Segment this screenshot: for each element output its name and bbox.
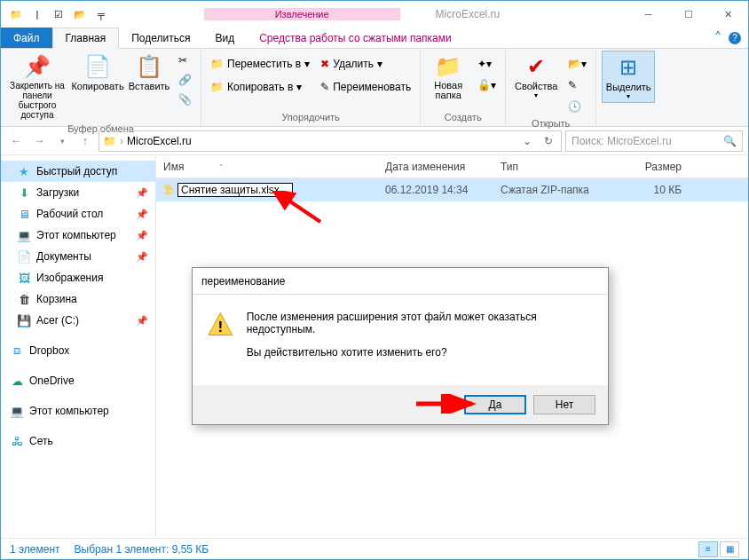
sidebar-network[interactable]: 🖧Сеть — [1, 430, 155, 452]
rename-button[interactable]: ✎Переименовать — [317, 77, 414, 97]
pin-icon: 📌 — [136, 230, 148, 241]
recycle-icon: 🗑 — [17, 292, 31, 306]
nav-forward-button[interactable]: → — [29, 131, 49, 151]
sidebar-drive-c[interactable]: 💾Acer (C:)📌 — [1, 310, 155, 331]
select-button[interactable]: ⊞Выделить▾ — [602, 51, 655, 103]
col-date[interactable]: Дата изменения — [378, 161, 493, 173]
extract-label: Извлечение — [204, 8, 400, 20]
sidebar-this-pc[interactable]: 💻Этот компьютер — [1, 400, 155, 422]
no-button[interactable]: Нет — [533, 395, 595, 414]
ribbon-collapse-icon[interactable]: ˄ — [714, 29, 721, 46]
addr-dropdown-icon[interactable]: ⌄ — [518, 135, 536, 147]
folder-icon: 📁 — [103, 135, 116, 147]
window-title: MicroExcel.ru — [400, 1, 536, 28]
file-date: 06.12.2019 14:34 — [378, 184, 493, 196]
pin-icon: 📌 — [136, 187, 148, 199]
star-icon: ★ — [17, 164, 31, 178]
navigation-pane: ★Быстрый доступ ⬇Загрузки📌 🖥Рабочий стол… — [1, 155, 156, 537]
sidebar-recycle[interactable]: 🗑Корзина — [1, 288, 155, 310]
maximize-button[interactable]: ☐ — [668, 1, 708, 28]
rename-icon: ✎ — [320, 81, 329, 93]
svg-line-0 — [285, 198, 320, 222]
onedrive-icon: ☁ — [10, 374, 24, 388]
column-headers: Имя˄ Дата изменения Тип Размер — [156, 155, 748, 178]
pasteshortcut-sm-button[interactable]: 📎 — [175, 90, 195, 109]
qat-separator: ╤ — [91, 4, 111, 24]
svg-text:!: ! — [217, 318, 223, 335]
downloads-icon: ⬇ — [17, 185, 31, 200]
pin-icon: 📌 — [136, 209, 148, 220]
properties-button[interactable]: ✔Свойства▾ — [511, 51, 561, 101]
col-size[interactable]: Размер — [618, 161, 689, 173]
tab-home[interactable]: Главная — [52, 28, 120, 49]
pin-icon: 📌 — [136, 251, 148, 263]
pc-icon: 💻 — [17, 228, 31, 242]
search-icon[interactable]: 🔍 — [723, 135, 737, 147]
refresh-icon[interactable]: ↻ — [540, 135, 557, 147]
sidebar-quick-access[interactable]: ★Быстрый доступ — [1, 161, 155, 182]
contextual-tab-group: Извлечение — [204, 8, 400, 20]
qat-checkbox[interactable]: ☑ — [49, 4, 68, 24]
chevron-right-icon[interactable]: › — [120, 135, 123, 147]
quick-access-toolbar: 📁 | ☑ 📂 ╤ — [1, 4, 111, 24]
warning-icon: ! — [207, 311, 234, 339]
pictures-icon: 🖼 — [17, 271, 31, 285]
status-bar: 1 элемент Выбран 1 элемент: 9,55 КБ ≡ ▦ — [1, 538, 748, 559]
address-box[interactable]: 📁 › MicroExcel.ru ⌄ ↻ — [99, 130, 562, 152]
close-button[interactable]: ✕ — [708, 1, 748, 28]
tab-extract-tools[interactable]: Средства работы со сжатыми папками — [247, 28, 464, 48]
icons-view-button[interactable]: ▦ — [720, 541, 739, 557]
dialog-line2: Вы действительно хотите изменить его? — [247, 346, 594, 359]
address-path[interactable]: MicroExcel.ru — [127, 135, 192, 147]
copy-icon: 📄 — [84, 52, 111, 81]
sidebar-onedrive[interactable]: ☁OneDrive — [1, 370, 155, 391]
address-bar: ← → ▾ ↑ 📁 › MicroExcel.ru ⌄ ↻ Поиск: Mic… — [1, 127, 748, 155]
pc-icon: 💻 — [10, 404, 24, 418]
col-type[interactable]: Тип — [493, 161, 618, 173]
col-name[interactable]: Имя˄ — [156, 161, 378, 173]
tab-file[interactable]: Файл — [1, 28, 52, 48]
folder-icon[interactable]: 📁 — [6, 4, 26, 24]
sidebar-downloads[interactable]: ⬇Загрузки📌 — [1, 182, 155, 203]
search-box[interactable]: Поиск: MicroExcel.ru 🔍 — [565, 130, 743, 152]
zip-icon: 🗜 — [163, 184, 174, 196]
easyaccess-sm-button[interactable]: 🔓▾ — [474, 75, 500, 95]
moveto-icon: 📁 — [210, 58, 224, 70]
new-folder-button[interactable]: 📁Новая папка — [426, 51, 470, 102]
search-placeholder: Поиск: MicroExcel.ru — [572, 135, 672, 147]
copy-to-button[interactable]: 📁Копировать в ▾ — [207, 77, 313, 97]
nav-recent-button[interactable]: ▾ — [52, 131, 72, 151]
tab-share[interactable]: Поделиться — [119, 28, 202, 48]
sidebar-desktop[interactable]: 🖥Рабочий стол📌 — [1, 203, 155, 225]
newitem-sm-button[interactable]: ✦▾ — [474, 54, 500, 74]
nav-up-button[interactable]: ↑ — [75, 131, 95, 151]
copypath-sm-button[interactable]: 🔗 — [175, 70, 195, 90]
dialog-text: После изменения расширения этот файл мож… — [247, 311, 594, 369]
sidebar-documents[interactable]: 📄Документы📌 — [1, 246, 155, 267]
details-view-button[interactable]: ≡ — [698, 541, 718, 557]
qat-open-icon[interactable]: 📂 — [70, 4, 90, 24]
paste-button[interactable]: 📋Вставить — [127, 51, 171, 93]
help-icon[interactable]: ? — [729, 32, 741, 44]
file-row[interactable]: 🗜 Снятие защиты.xlsx 06.12.2019 14:34 Сж… — [156, 178, 748, 201]
group-select-label — [602, 121, 655, 124]
tab-view[interactable]: Вид — [202, 28, 247, 48]
pin-button[interactable]: 📌Закрепить на панели быстрого доступа — [6, 51, 68, 122]
network-icon: 🖧 — [10, 434, 24, 448]
cut-sm-button[interactable]: ✂ — [175, 51, 195, 70]
minimize-button[interactable]: ─ — [628, 1, 668, 28]
dropbox-icon: ⧈ — [10, 343, 24, 358]
nav-back-button[interactable]: ← — [6, 131, 26, 151]
group-create: Создать — [426, 110, 500, 124]
sort-asc-icon: ˄ — [219, 163, 224, 172]
edit-sm-button[interactable]: ✎ — [564, 75, 590, 95]
copy-button[interactable]: 📄Копировать — [72, 51, 123, 93]
open-sm-button[interactable]: 📂▾ — [564, 54, 590, 74]
pin-icon: 📌 — [24, 52, 51, 81]
sidebar-dropbox[interactable]: ⧈Dropbox — [1, 340, 155, 361]
delete-button[interactable]: ✖Удалить ▾ — [317, 54, 414, 74]
sidebar-pictures[interactable]: 🖼Изображения — [1, 267, 155, 288]
history-sm-button[interactable]: 🕓 — [564, 97, 590, 116]
move-to-button[interactable]: 📁Переместить в ▾ — [207, 54, 313, 74]
sidebar-thispc-qa[interactable]: 💻Этот компьютер📌 — [1, 225, 155, 246]
